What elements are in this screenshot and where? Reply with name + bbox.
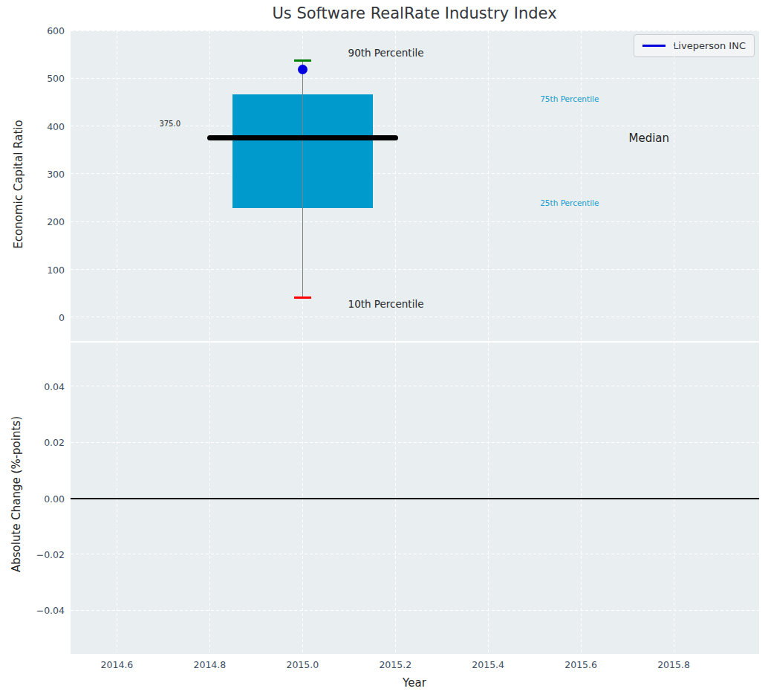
company-marker-dot [298,65,307,74]
x-tick-label: 2015.6 [564,659,597,670]
x-tick-label: 2014.8 [194,659,227,670]
legend-box: Liveperson INC [634,34,755,57]
chart-title: Us Software RealRate Industry Index [272,4,556,22]
y-tick-label: 0.02 [44,437,65,448]
y-tick-label: −0.04 [36,605,65,616]
p10-cap [294,296,310,299]
x-axis-label: Year [403,676,426,690]
x-tick-label: 2015.0 [286,659,319,670]
y-tick-label: 300 [47,168,65,179]
y-tick-label: 0.00 [44,493,65,504]
median-line [207,135,398,140]
zero-reference-line [71,498,759,499]
legend-line-icon [642,45,666,47]
p90-cap [294,59,310,62]
y-axis-label-bottom: Absolute Change (%-points) [10,416,23,572]
x-tick-label: 2015.8 [657,659,690,670]
y-axis-label-top: Economic Capital Ratio [12,120,25,248]
whisker-line [302,61,303,298]
y-tick-label: 0.04 [44,380,65,392]
y-tick-label: 100 [47,264,65,275]
y-tick-label: 500 [47,73,65,84]
legend-series-label: Liveperson INC [673,40,746,51]
y-tick-label: 600 [47,25,65,36]
x-tick-label: 2015.2 [379,659,411,670]
y-tick-label: −0.02 [36,548,65,560]
x-tick-label: 2014.6 [101,659,134,670]
y-tick-label: 200 [47,216,65,227]
x-tick-label: 2015.4 [472,659,504,670]
y-tick-label: 0 [59,311,65,323]
figure-canvas: Us Software RealRate Industry Index Econ… [0,0,768,700]
top-axes-economic-capital-ratio [71,30,759,341]
y-tick-label: 400 [47,120,65,132]
